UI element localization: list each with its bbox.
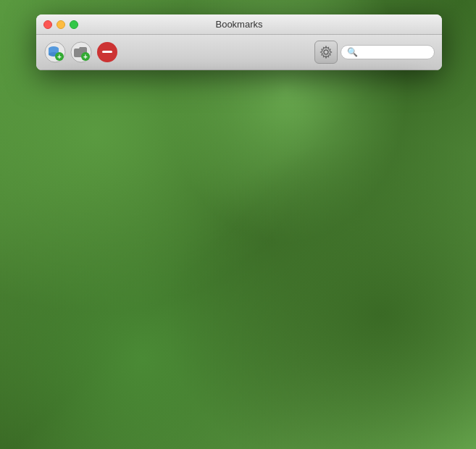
gear-icon [320, 46, 333, 59]
search-input[interactable] [361, 47, 428, 57]
close-button[interactable] [43, 20, 52, 29]
bookmarks-window: Bookmarks + + [36, 14, 442, 70]
add-bookmark-icon: + [43, 41, 67, 64]
search-box: 🔍 [341, 45, 435, 59]
window-title: Bookmarks [215, 19, 262, 30]
svg-point-11 [324, 50, 328, 54]
add-bookmark-button[interactable]: + [43, 41, 67, 64]
toolbar: + + [36, 35, 442, 70]
remove-icon [96, 41, 119, 64]
traffic-lights [43, 20, 78, 29]
remove-button[interactable] [96, 41, 119, 64]
search-icon: 🔍 [347, 47, 358, 57]
svg-rect-10 [102, 51, 112, 53]
titlebar: Bookmarks [36, 14, 442, 35]
gear-button[interactable] [314, 41, 338, 64]
svg-text:+: + [57, 53, 62, 61]
svg-text:+: + [83, 53, 88, 61]
minimize-button[interactable] [57, 20, 65, 29]
maximize-button[interactable] [70, 20, 78, 29]
add-folder-icon: + [70, 41, 93, 64]
add-folder-button[interactable]: + [70, 41, 93, 64]
